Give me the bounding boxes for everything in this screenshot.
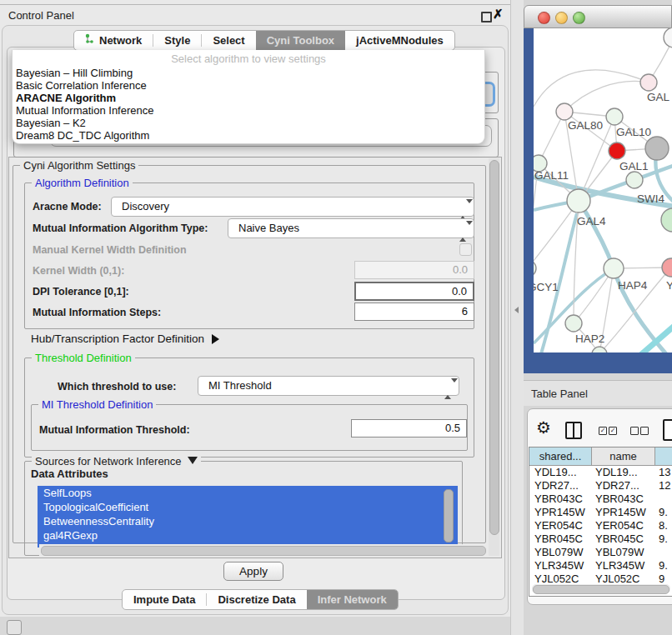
network-edge[interactable]	[534, 70, 649, 107]
algorithm-dropdown-popup: Select algorithm to view settings Bayesi…	[12, 50, 485, 144]
close-icon[interactable]: ✗	[493, 7, 504, 22]
table-cell: 8.	[655, 519, 672, 532]
algorithm-option-basic-correlation-inference[interactable]: Basic Correlation Inference	[13, 79, 484, 92]
dpi-tolerance-field[interactable]: 0.0	[354, 282, 474, 301]
tab-jactivemnodules[interactable]: jActiveMNodules	[345, 31, 454, 50]
network-node-hap2[interactable]	[565, 315, 582, 332]
tab-cyni-toolbox[interactable]: Cyni Toolbox	[256, 31, 345, 50]
unchecked-checkbox-icon[interactable]	[630, 427, 639, 435]
table-horizontal-scrollbar[interactable]	[532, 584, 670, 593]
checked-checkbox-icon[interactable]: ✓	[599, 427, 607, 435]
table-toolbar: ⚙ ✓ ✓	[527, 417, 672, 445]
algorithm-option-dream8-dc-tdc-algorithm[interactable]: Dream8 DC_TDC Algorithm	[13, 129, 484, 142]
network-node-gcy1[interactable]	[534, 260, 536, 277]
network-node-gal80[interactable]	[556, 103, 573, 120]
kernel-width-field[interactable]: 0.0	[354, 261, 474, 279]
algorithm-option-bayesian-hill-climbing[interactable]: Bayesian – Hill Climbing	[13, 67, 484, 79]
table-row[interactable]: YBR045CYBR045C9.	[529, 532, 672, 546]
attribute-item-betweennesscentrality[interactable]: BetweennessCentrality	[38, 514, 458, 528]
network-node-gal10[interactable]	[606, 108, 623, 125]
kernel-width-label: Kernel Width (0,1):	[33, 265, 124, 277]
tab-select[interactable]: Select	[202, 31, 255, 50]
table-row[interactable]: YDR27...YDR27...12	[529, 479, 672, 492]
aracne-mode-label: Aracne Mode:	[33, 201, 102, 212]
column-header-shared-[interactable]: shared...	[529, 448, 592, 466]
splitter-handle-icon[interactable]	[514, 307, 519, 313]
network-canvas[interactable]: GALGAL80GAL10GAL1GAL11SWI4GAL4GCY1HAP4YH…	[534, 28, 672, 352]
network-node-gal1[interactable]	[609, 142, 625, 159]
minimize-traffic-light-icon[interactable]	[555, 12, 568, 24]
table-row[interactable]: YLR345WYLR345W9.	[529, 559, 672, 572]
algorithm-option-aracne-algorithm[interactable]: ARACNE Algorithm	[13, 92, 484, 104]
list-scrollbar[interactable]	[444, 489, 454, 542]
table-row[interactable]: YDL19...YDL19...13	[529, 466, 672, 479]
table-row[interactable]: YPR145WYPR145W9.	[529, 506, 672, 519]
minimized-panel-icon[interactable]	[7, 620, 22, 635]
network-window-titlebar[interactable]	[524, 5, 672, 28]
node-attribute-table[interactable]: shared...name YDL19...YDL19...13YDR27...…	[529, 447, 672, 597]
algorithm-option-bayesian-k2[interactable]: Bayesian – K2	[13, 117, 484, 129]
node-label: HAP2	[575, 332, 604, 345]
document-icon[interactable]	[663, 419, 672, 441]
columns-icon[interactable]	[565, 422, 582, 439]
mi-steps-field[interactable]: 6	[354, 302, 474, 321]
panel-splitter[interactable]	[510, 0, 524, 635]
zoom-traffic-light-icon[interactable]	[573, 12, 585, 24]
network-node-gal4[interactable]	[567, 189, 590, 212]
tab-discretize-data[interactable]: Discretize Data	[207, 590, 306, 609]
network-node-gal[interactable]	[640, 74, 657, 91]
node-label: GAL1	[619, 160, 649, 172]
node-label: Y	[666, 279, 672, 292]
attribute-item-selfloops[interactable]: SelfLoops	[38, 486, 458, 500]
apply-button[interactable]: Apply	[223, 562, 283, 581]
tab-network[interactable]: Network	[74, 31, 153, 50]
network-node[interactable]	[664, 28, 672, 48]
tab-style[interactable]: Style	[153, 31, 201, 50]
node-label: SWI4	[637, 192, 664, 205]
data-attributes-list[interactable]: SelfLoopsTopologicalCoefficientBetweenne…	[38, 486, 458, 548]
unchecked-checkbox-icon[interactable]	[640, 427, 649, 435]
attribute-item-gal4rgexp[interactable]: gal4RGexp	[38, 528, 458, 542]
horizontal-scrollbar[interactable]	[39, 544, 488, 556]
table-row[interactable]: YJL052CYJL052C9	[529, 572, 672, 582]
node-label: GAL	[647, 91, 670, 103]
tab-label: Infer Network	[318, 590, 387, 609]
network-node-y[interactable]	[662, 258, 672, 277]
node-label: GAL11	[534, 169, 569, 182]
attribute-item-topologicalcoefficient[interactable]: TopologicalCoefficient	[38, 500, 458, 514]
gear-icon[interactable]: ⚙	[536, 418, 551, 437]
table-cell: YJL052C	[592, 572, 655, 582]
network-node[interactable]	[661, 208, 672, 232]
column-header-name[interactable]: name	[592, 448, 655, 466]
mi-type-select[interactable]: Naive Bayes	[228, 218, 474, 238]
sources-toggle[interactable]: Sources for Network Inference	[32, 455, 201, 468]
table-cell: YDR27...	[529, 479, 592, 492]
tab-label: Network	[99, 31, 142, 50]
vertical-scrollbar[interactable]	[489, 158, 499, 556]
mi-type-value: Naive Bayes	[238, 222, 299, 234]
hub-definition-toggle[interactable]: Hub/Transcription Factor Definition	[31, 332, 219, 345]
column-header[interactable]	[655, 448, 672, 466]
manual-kernel-checkbox[interactable]	[459, 243, 472, 256]
aracne-mode-select[interactable]: Discovery	[111, 197, 474, 217]
table-row[interactable]: YBL079WYBL079W	[529, 546, 672, 559]
network-node-hap4[interactable]	[604, 258, 624, 278]
close-traffic-light-icon[interactable]	[538, 12, 550, 24]
network-node-swi4[interactable]	[626, 172, 643, 188]
which-threshold-select[interactable]: MI Threshold	[198, 376, 459, 396]
tab-infer-network[interactable]: Infer Network	[307, 590, 398, 609]
mi-steps-label: Mutual Information Steps:	[33, 307, 161, 318]
tab-impute-data[interactable]: Impute Data	[123, 590, 206, 609]
tab-label: Impute Data	[133, 590, 195, 609]
tab-label: Discretize Data	[218, 590, 295, 609]
float-window-icon[interactable]	[481, 12, 492, 22]
table-row[interactable]: YER054CYER054C8.	[529, 519, 672, 532]
spinner-arrows-icon	[459, 201, 467, 219]
checked-checkbox-icon[interactable]: ✓	[609, 427, 617, 435]
algorithm-option-mutual-information-inference[interactable]: Mutual Information Inference	[13, 104, 484, 117]
network-edge[interactable]	[564, 81, 649, 112]
mi-threshold-field[interactable]: 0.5	[351, 419, 467, 438]
table-row[interactable]: YBR043CYBR043C	[529, 492, 672, 506]
network-node[interactable]	[645, 137, 669, 160]
table-cell: 9.	[655, 559, 672, 572]
